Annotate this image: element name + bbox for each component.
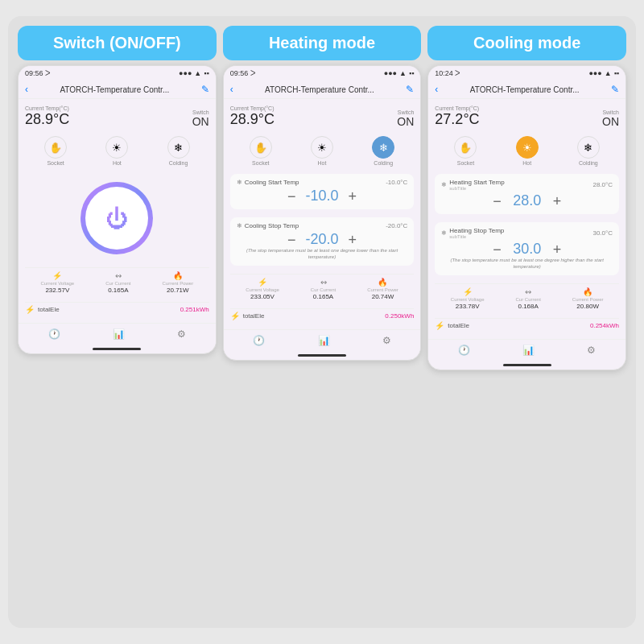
nav-chart[interactable]: 📊 — [318, 335, 330, 346]
settings-subtitle-1: subTitle — [449, 234, 504, 239]
mode-icon-1[interactable]: ☀ Hot — [311, 136, 333, 166]
decrease-btn-0[interactable]: − — [493, 194, 502, 208]
status-icons: ●●●▲▪▪ — [384, 69, 415, 77]
icon-circle-0: ✋ — [250, 136, 272, 159]
decrease-btn-1[interactable]: − — [493, 242, 502, 257]
edit-icon[interactable]: ✎ — [406, 84, 414, 95]
snowflake-icon: ❄ — [441, 229, 447, 237]
ctrl-value-1: 30.0 — [511, 241, 543, 258]
home-indicator — [503, 364, 551, 366]
mode-label-switch: Switch (ON/OFF) — [18, 26, 217, 60]
total-value: 0.251kWh — [180, 306, 209, 313]
increase-btn-0[interactable]: + — [349, 189, 357, 204]
phone-content: Current Temp(°C) 27.2°C Switch ON ✋ Sock… — [428, 99, 625, 339]
decrease-btn-1[interactable]: − — [287, 233, 296, 247]
nav-settings[interactable]: ⚙ — [177, 328, 186, 340]
total-label: totalEle — [448, 322, 587, 329]
decrease-btn-0[interactable]: − — [287, 189, 296, 204]
mode-icon-1[interactable]: ☀ Hot — [516, 136, 539, 166]
stat-icon-1: ↭ — [320, 278, 327, 287]
settings-title-1: Heating Stop Temp — [449, 227, 504, 234]
nav-settings[interactable]: ⚙ — [382, 335, 391, 346]
settings-title-0: Heating Start Temp — [449, 179, 504, 186]
phone-cooling: 10:24 ᐳ●●●▲▪▪‹ATORCH-Temperature Contr..… — [427, 65, 626, 370]
back-icon[interactable]: ‹ — [25, 84, 28, 95]
stat-item-1: ↭ Cur Current 0.165A — [311, 278, 336, 300]
mode-icon-2[interactable]: ❄ Colding — [167, 136, 190, 166]
settings-controls-1: − -20.0 + — [237, 231, 408, 248]
total-label: totalEle — [243, 312, 382, 320]
switch-value: ON — [602, 115, 619, 128]
icon-circle-0: ✋ — [454, 136, 477, 159]
mode-icon-2[interactable]: ❄ Colding — [372, 136, 394, 166]
mode-icon-2[interactable]: ❄ Colding — [577, 136, 600, 166]
stat-value-0: 233.78V — [456, 303, 480, 310]
mode-icon-1[interactable]: ☀ Hot — [105, 136, 128, 166]
total-icon: ⚡ — [25, 305, 35, 314]
switch-value: ON — [397, 115, 414, 128]
edit-icon[interactable]: ✎ — [611, 84, 619, 95]
stat-label-2: Current Power — [162, 281, 193, 286]
stat-label-1: Cur Current — [516, 297, 541, 302]
total-row: ⚡ totalEle 0.251kWh — [25, 302, 209, 316]
increase-btn-0[interactable]: + — [553, 194, 562, 208]
signal-icon: ●●● — [384, 69, 397, 77]
settings-title-row: ❄ Cooling Start Temp — [237, 179, 299, 186]
settings-block-1: ❄ Heating Stop Temp subTitle 30.0°C − 30… — [435, 222, 619, 275]
total-row: ⚡ totalEle 0.254kWh — [435, 318, 619, 332]
settings-controls-0: − -10.0 + — [237, 188, 408, 204]
settings-current-0: -10.0°C — [386, 179, 407, 186]
settings-title-group: Heating Stop Temp subTitle — [449, 227, 504, 239]
switch-group: Switch ON — [397, 109, 414, 128]
mode-icon-0[interactable]: ✋ Socket — [44, 136, 67, 166]
icon-label-0: Socket — [47, 160, 64, 166]
status-icons: ●●●▲▪▪ — [588, 69, 619, 77]
settings-current-1: -20.0°C — [386, 222, 407, 229]
ctrl-value-0: -10.0 — [305, 188, 338, 204]
power-ring[interactable]: ⏻ — [80, 182, 153, 254]
temp-value: 27.2°C — [435, 111, 479, 128]
total-icon: ⚡ — [435, 321, 444, 330]
snowflake-icon: ❄ — [237, 222, 242, 229]
nav-title: ATORCH-Temperature Contr... — [470, 85, 580, 94]
switch-label: Switch — [602, 109, 619, 115]
back-icon[interactable]: ‹ — [435, 84, 438, 95]
switch-label: Switch — [192, 109, 209, 115]
edit-icon[interactable]: ✎ — [201, 84, 209, 95]
mode-icon-0[interactable]: ✋ Socket — [250, 136, 272, 166]
stat-item-0: ⚡ Current Voltage 232.57V — [40, 271, 74, 294]
settings-block-1: ❄ Cooling Stop Temp -20.0°C − -20.0 + — [230, 217, 415, 266]
nav-chart[interactable]: 📊 — [113, 328, 125, 340]
stat-item-2: 🔥 Current Power 20.74W — [367, 278, 398, 300]
stat-icon-1: ↭ — [525, 287, 531, 296]
icon-label-1: Hot — [522, 160, 531, 166]
increase-btn-1[interactable]: + — [349, 233, 357, 247]
power-area: ⏻ — [25, 174, 209, 262]
back-icon[interactable]: ‹ — [230, 84, 233, 95]
wifi-icon: ▲ — [399, 69, 407, 77]
wifi-icon: ▲ — [194, 69, 201, 77]
mode-icon-0[interactable]: ✋ Socket — [454, 136, 477, 166]
nav-chart[interactable]: 📊 — [522, 345, 535, 356]
total-value: 0.254kWh — [590, 322, 619, 329]
increase-btn-1[interactable]: + — [553, 242, 562, 257]
temp-label: Current Temp(°C) — [230, 105, 275, 111]
stat-item-0: ⚡ Current Voltage 233.78V — [451, 287, 485, 310]
nav-history[interactable]: 🕐 — [458, 345, 470, 356]
mode-label-heating: Heating mode — [223, 26, 422, 60]
bottom-nav: 🕐 📊 ⚙ — [428, 339, 625, 361]
stat-label-0: Current Voltage — [40, 281, 74, 286]
icon-label-2: Colding — [374, 160, 393, 166]
temp-group: Current Temp(°C) 28.9°C — [230, 105, 275, 128]
stat-item-2: 🔥 Current Power 20.71W — [162, 271, 193, 294]
icon-label-2: Colding — [169, 160, 188, 166]
nav-history[interactable]: 🕐 — [48, 328, 60, 340]
settings-title-group: Cooling Start Temp — [245, 179, 299, 186]
stat-value-2: 20.71W — [167, 287, 189, 294]
stat-value-2: 20.74W — [372, 293, 394, 300]
nav-settings[interactable]: ⚙ — [587, 345, 596, 356]
nav-history[interactable]: 🕐 — [253, 335, 265, 346]
nav-bar: ‹ATORCH-Temperature Contr...✎ — [224, 80, 421, 99]
mode-icons: ✋ Socket ☀ Hot ❄ Colding — [435, 133, 619, 169]
ctrl-value-1: -20.0 — [305, 231, 338, 248]
